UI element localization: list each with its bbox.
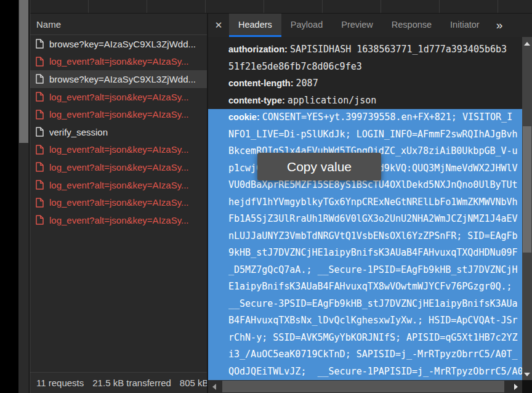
- request-row[interactable]: browse?key=AIzaSyC9XL3ZjWdd...: [30, 35, 207, 53]
- header-first-line: content-length: 2087: [208, 75, 522, 92]
- header-name: content-type:: [228, 95, 288, 105]
- request-name-label: verify_session: [49, 127, 108, 137]
- header-row-content-type[interactable]: content-type: application/json: [208, 92, 522, 110]
- transferred-size: 21.5 kB transferred: [92, 378, 171, 388]
- page-vertical-scrollbar[interactable]: [18, 0, 29, 393]
- header-wrap-line: _D5MZ7gQcQ7aA.; __Secure-1PSID=EAgFb9kHB…: [208, 262, 522, 279]
- header-wrap-line: 9kHB_stJ7DVZNCjHE1aipyBnifsK3AUaB4FAHvux…: [208, 245, 522, 262]
- tab-initiator[interactable]: Initiator: [441, 14, 489, 37]
- request-list: browse?key=AIzaSyC9XL3ZjWdd...log_event?…: [30, 35, 207, 372]
- more-tabs-button[interactable]: »: [489, 14, 510, 37]
- request-row[interactable]: log_event?alt=json&key=AIzaSy...: [30, 141, 207, 159]
- header-row-authorization[interactable]: authorization: SAPISIDHASH 1638563771_1d…: [208, 41, 522, 75]
- header-value: CONSENT=YES+yt.399739558.en+FX+821; VISI…: [262, 111, 512, 123]
- request-name-label: log_event?alt=json&key=AIzaSy...: [49, 215, 189, 225]
- headers-bottom-row: [208, 380, 532, 393]
- tab-headers[interactable]: Headers: [229, 14, 281, 37]
- copy-value-tooltip[interactable]: Copy value: [257, 153, 381, 180]
- close-detail-button[interactable]: ✕: [208, 14, 229, 37]
- request-name-label: log_event?alt=json&key=AIzaSy...: [49, 109, 189, 120]
- header-name: cookie:: [228, 112, 262, 122]
- request-row[interactable]: log_event?alt=json&key=AIzaSy...: [30, 211, 207, 229]
- document-icon: [36, 180, 44, 190]
- document-icon: [36, 92, 44, 102]
- request-name-label: log_event?alt=json&key=AIzaSy...: [49, 180, 189, 190]
- header-value: SAPISIDHASH 1638563771_1d777a393405b6b3: [290, 44, 507, 55]
- resources-size: 805 kB: [180, 378, 207, 388]
- close-icon: ✕: [215, 20, 223, 31]
- header-value: application/json: [288, 95, 377, 106]
- document-icon: [36, 39, 44, 49]
- page-scrollbar-thumb[interactable]: [19, 0, 28, 143]
- tab-preview[interactable]: Preview: [332, 14, 382, 37]
- header-name: content-length:: [228, 78, 296, 88]
- tab-response[interactable]: Response: [382, 14, 441, 37]
- request-name-label: log_event?alt=json&key=AIzaSy...: [49, 56, 189, 67]
- request-detail-panel: ✕ HeadersPayloadPreviewResponseInitiator…: [208, 14, 532, 393]
- request-row[interactable]: log_event?alt=json&key=AIzaSy...: [30, 53, 207, 71]
- header-first-line: authorization: SAPISIDHASH 1638563771_1d…: [208, 41, 522, 59]
- header-wrap-line: QOdJQEiTWLvJZ; __Secure-1PAPISID=j_-MrRT…: [208, 363, 522, 381]
- document-icon: [36, 145, 44, 155]
- document-icon: [36, 162, 44, 172]
- request-name-label: log_event?alt=json&key=AIzaSy...: [49, 144, 189, 155]
- scroll-down-icon[interactable]: [524, 373, 530, 376]
- devtools-screenshot: Name browse?key=AIzaSyC9XL3ZjWdd...log_e…: [0, 0, 532, 393]
- header-name: authorization:: [228, 44, 290, 54]
- header-first-line: content-type: application/json: [208, 92, 522, 110]
- header-row-cookie[interactable]: cookie: CONSENT=YES+yt.399739558.en+FX+8…: [208, 109, 522, 380]
- headers-horizontal-scrollbar[interactable]: [208, 380, 522, 393]
- header-wrap-line: E1aipyBnifsK3AUaB4FAHvuxqTX8wVOwtmWJYCFv…: [208, 278, 522, 296]
- header-wrap-line: Fb1A5SjZ3UlRraUh1RWd6V0lGX3o2UnU2NHA2WmJ…: [208, 211, 522, 228]
- header-wrap-line: B4FAHvuxqTXBsNx_lDvQclKghesxwIyXw.; HSID…: [208, 312, 522, 330]
- scroll-left-icon[interactable]: [212, 384, 216, 390]
- headers-vertical-scrollbar[interactable]: [522, 37, 532, 380]
- requests-panel: Name browse?key=AIzaSyC9XL3ZjWdd...log_e…: [30, 14, 208, 393]
- devtools-network-panel: Name browse?key=AIzaSyC9XL3ZjWdd...log_e…: [30, 0, 532, 393]
- request-row[interactable]: log_event?alt=json&key=AIzaSy...: [30, 176, 207, 194]
- request-name-label: log_event?alt=json&key=AIzaSy...: [49, 92, 189, 102]
- header-wrap-line: nLUJJaUNYZ3VmbTdNRGVtQ1VsbENsOXl6YzZPSnF…: [208, 228, 522, 245]
- scroll-up-icon[interactable]: [524, 42, 530, 46]
- network-status-bar: 11 requests 21.5 kB transferred 805 kB: [30, 372, 207, 393]
- document-icon: [36, 74, 44, 84]
- header-wrap-line: rChN-y; SSID=AVK5MGyYbKORJNIfS; APISID=q…: [208, 330, 522, 347]
- document-icon: [36, 127, 44, 137]
- request-count: 11 requests: [36, 378, 84, 388]
- request-row[interactable]: log_event?alt=json&key=AIzaSy...: [30, 105, 207, 123]
- headers-list: authorization: SAPISIDHASH 1638563771_1d…: [208, 37, 522, 380]
- name-column-header[interactable]: Name: [30, 14, 207, 35]
- header-wrap-line: __Secure-3PSID=EAgFb9kHB_stJ7DVZNCjHE1ai…: [208, 296, 522, 313]
- request-row[interactable]: log_event?alt=json&key=AIzaSy...: [30, 88, 207, 106]
- request-name-label: browse?key=AIzaSyC9XL3ZjWdd...: [49, 39, 196, 49]
- network-overview-timeline[interactable]: [30, 0, 532, 14]
- request-row[interactable]: log_event?alt=json&key=AIzaSy...: [30, 193, 207, 211]
- detail-tab-bar: ✕ HeadersPayloadPreviewResponseInitiator…: [208, 14, 532, 37]
- scroll-right-icon[interactable]: [514, 384, 518, 390]
- network-main-area: Name browse?key=AIzaSyC9XL3ZjWdd...log_e…: [30, 14, 532, 393]
- header-first-line: cookie: CONSENT=YES+yt.399739558.en+FX+8…: [208, 109, 522, 126]
- vertical-scrollbar-thumb[interactable]: [523, 126, 531, 253]
- request-row[interactable]: log_event?alt=json&key=AIzaSy...: [30, 158, 207, 176]
- request-row[interactable]: browse?key=AIzaSyC9XL3ZjWdd...: [30, 70, 207, 88]
- more-tabs-icon: »: [496, 18, 503, 32]
- header-wrap-line: 51f21e5de86fb7c8d06c9fe3: [208, 59, 522, 76]
- header-wrap-line: i3_/AuOC5eaK0719CkTnD; SAPISID=j_-MrRTpy…: [208, 346, 522, 363]
- headers-content-row: authorization: SAPISIDHASH 1638563771_1d…: [208, 37, 532, 380]
- header-wrap-line: hejdfV1hYVmgyblkyTGx6YnpCRExNeGtNRElLbFo…: [208, 194, 522, 211]
- request-name-label: log_event?alt=json&key=AIzaSy...: [49, 197, 189, 208]
- request-row[interactable]: verify_session: [30, 123, 207, 141]
- document-icon: [36, 57, 44, 67]
- document-icon: [36, 198, 44, 208]
- request-name-label: log_event?alt=json&key=AIzaSy...: [49, 162, 189, 172]
- scrollbar-corner: [522, 380, 532, 393]
- document-icon: [36, 215, 44, 225]
- horizontal-scrollbar-thumb[interactable]: [222, 381, 504, 392]
- header-value: 2087: [296, 78, 318, 89]
- tab-payload[interactable]: Payload: [281, 14, 332, 37]
- header-row-content-length[interactable]: content-length: 2087: [208, 75, 522, 92]
- header-wrap-line: NFO1_LIVE=Di-pSlUKdJk; LOGIN_INFO=AFmmF2…: [208, 126, 522, 144]
- detail-tabs: HeadersPayloadPreviewResponseInitiator: [229, 14, 489, 37]
- request-name-label: browse?key=AIzaSyC9XL3ZjWdd...: [49, 74, 196, 84]
- document-icon: [36, 110, 44, 120]
